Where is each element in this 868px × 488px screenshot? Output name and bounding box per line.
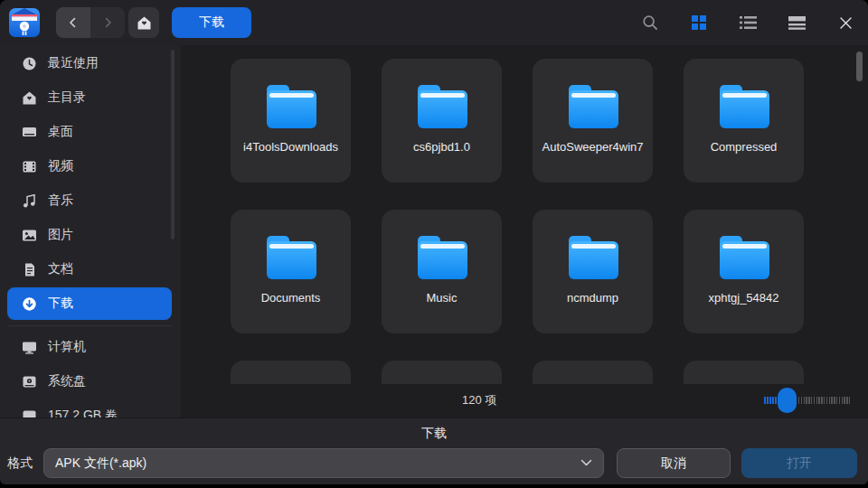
folder-name: Documents <box>261 291 321 306</box>
slider-ticks-active <box>764 397 778 404</box>
sidebar-item-system-disk[interactable]: 系统盘 <box>7 365 172 398</box>
cancel-button[interactable]: 取消 <box>617 448 731 478</box>
download-icon <box>22 296 37 312</box>
file-chooser-window: 下载 <box>0 0 868 484</box>
desktop-icon <box>22 125 37 140</box>
folder-name: ncmdump <box>567 291 618 306</box>
folder-icon <box>565 82 621 131</box>
video-icon <box>22 159 37 174</box>
file-manager-logo-icon <box>7 5 42 41</box>
folder-icon <box>716 82 772 131</box>
tab-downloads[interactable]: 下载 <box>172 7 251 38</box>
history-nav-group <box>56 7 125 38</box>
dialog-footer: 下载 格式 APK 文件(*.apk) 取消 打开 <box>0 418 868 484</box>
folder-icon <box>716 233 772 282</box>
sidebar-item-label: 计算机 <box>48 339 86 355</box>
file-grid: i4ToolsDownloads cs6pjbd1.0 AutoSweeper4… <box>181 45 868 418</box>
sidebar-item-label: 主目录 <box>48 89 86 106</box>
folder-tile-partial[interactable] <box>231 361 351 384</box>
sidebar-item-label: 视频 <box>48 158 73 174</box>
sidebar-separator <box>9 325 172 326</box>
home-icon <box>22 90 37 106</box>
sidebar-item-label: 音乐 <box>48 192 73 209</box>
format-selected-value: APK 文件(*.apk) <box>55 455 580 472</box>
sidebar-item-label: 桌面 <box>48 124 73 140</box>
home-button[interactable] <box>128 7 159 38</box>
sidebar-item-recent[interactable]: 最近使用 <box>7 47 172 80</box>
folder-name: Compressed <box>711 140 778 155</box>
folder-name: cs6pjbd1.0 <box>413 140 470 155</box>
sidebar-item-label: 系统盘 <box>48 373 86 389</box>
content-scrollbar[interactable] <box>856 52 863 81</box>
sidebar: 最近使用主目录桌面视频音乐图片文档下载计算机系统盘157.2 GB 卷 <box>0 45 181 418</box>
titlebar: 下载 <box>0 0 868 45</box>
chevron-left-icon <box>68 17 79 28</box>
folder-name: xphtgj_54842 <box>708 291 778 306</box>
folder-tile[interactable]: Documents <box>231 210 351 333</box>
folder-tile-partial[interactable] <box>382 361 502 384</box>
icon-size-slider[interactable] <box>762 387 853 414</box>
folder-tile-partial[interactable] <box>533 361 653 384</box>
back-button[interactable] <box>56 7 90 38</box>
clock-icon <box>22 56 37 71</box>
item-count: 120 项 <box>462 392 496 408</box>
close-button[interactable] <box>832 9 859 36</box>
detail-view-button[interactable] <box>783 9 810 36</box>
folder-name: AutoSweeper4win7 <box>542 140 643 155</box>
sidebar-item-documents[interactable]: 文档 <box>7 253 172 286</box>
folder-icon <box>263 233 319 282</box>
folder-icon <box>414 82 470 131</box>
folder-tile[interactable]: ncmdump <box>533 210 653 333</box>
list-view-icon <box>740 15 757 30</box>
folder-icon <box>414 233 470 282</box>
sidebar-item-pictures[interactable]: 图片 <box>7 219 172 251</box>
sidebar-item-label: 最近使用 <box>48 55 99 71</box>
detail-view-icon <box>788 15 806 30</box>
status-bar: 120 项 <box>181 384 868 418</box>
volume-icon <box>22 408 37 418</box>
open-button[interactable]: 打开 <box>741 448 857 478</box>
folder-tile[interactable]: AutoSweeper4win7 <box>533 59 653 183</box>
format-label: 格式 <box>7 455 33 472</box>
grid-view-button[interactable] <box>685 9 712 36</box>
sidebar-item-videos[interactable]: 视频 <box>7 150 172 183</box>
titlebar-actions <box>637 9 859 36</box>
folder-tile-partial[interactable] <box>684 361 804 384</box>
folder-tile[interactable]: cs6pjbd1.0 <box>382 59 502 183</box>
folder-name: i4ToolsDownloads <box>243 140 338 155</box>
search-icon <box>641 14 659 32</box>
chevron-down-icon <box>580 459 592 467</box>
computer-icon <box>22 340 37 355</box>
sidebar-item-label: 图片 <box>48 227 73 243</box>
sidebar-item-computer[interactable]: 计算机 <box>7 331 172 363</box>
sidebar-item-label: 157.2 GB 卷 <box>48 408 118 418</box>
document-icon <box>22 262 37 277</box>
folder-icon <box>565 233 621 282</box>
sidebar-item-label: 下载 <box>48 296 73 312</box>
home-icon <box>137 15 152 31</box>
search-button[interactable] <box>637 9 664 36</box>
sidebar-item-music[interactable]: 音乐 <box>7 184 172 217</box>
sidebar-item-label: 文档 <box>48 261 73 277</box>
slider-thumb[interactable] <box>778 388 797 413</box>
image-icon <box>22 228 37 243</box>
format-select[interactable]: APK 文件(*.apk) <box>43 448 604 478</box>
sidebar-item-volume-157[interactable]: 157.2 GB 卷 <box>7 399 172 418</box>
folder-tile[interactable]: i4ToolsDownloads <box>231 59 351 183</box>
folder-tile[interactable]: xphtgj_54842 <box>684 210 804 333</box>
dialog-title: 下载 <box>0 426 868 442</box>
sidebar-item-desktop[interactable]: 桌面 <box>7 116 172 148</box>
list-view-button[interactable] <box>734 9 761 36</box>
folder-tile[interactable]: Compressed <box>684 59 804 183</box>
folder-name: Music <box>427 291 458 306</box>
forward-button[interactable] <box>90 7 125 38</box>
disk-icon <box>22 374 37 389</box>
folder-tile[interactable]: Music <box>382 210 502 333</box>
sidebar-item-downloads[interactable]: 下载 <box>7 287 172 320</box>
folder-icon <box>263 82 319 131</box>
grid-view-icon <box>691 14 707 31</box>
sidebar-item-home[interactable]: 主目录 <box>7 81 172 114</box>
music-icon <box>22 193 37 209</box>
slider-ticks-inactive <box>798 397 851 404</box>
close-icon <box>839 16 853 30</box>
